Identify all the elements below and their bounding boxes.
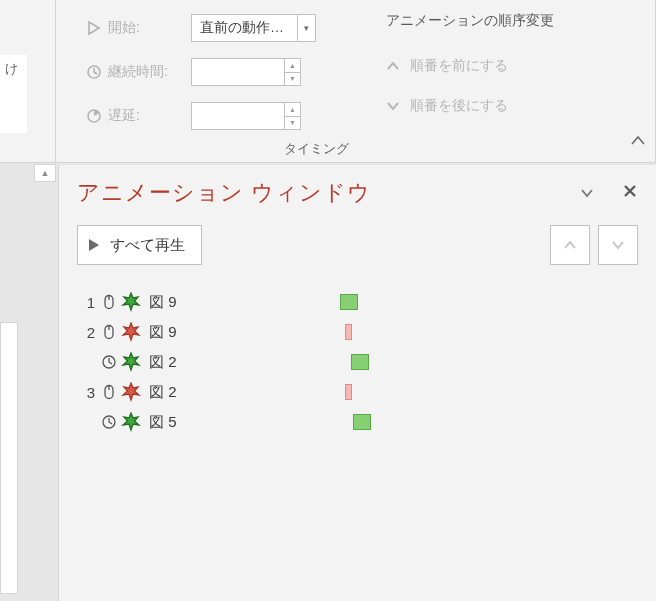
pane-menu-button[interactable] [580,184,594,202]
timing-bar[interactable] [345,324,352,340]
chevron-down-icon [612,240,624,250]
reorder-earlier-button[interactable]: 順番を前にする [386,46,554,86]
chevron-down-icon [580,188,594,198]
timeline-track [327,347,634,377]
scroll-up-tab[interactable]: ▲ [34,164,56,182]
move-down-button[interactable] [598,225,638,265]
play-all-button[interactable]: すべて再生 [77,225,202,265]
play-icon [88,238,100,252]
slide-thumbnail-edge [0,322,18,594]
timing-bar[interactable] [353,414,371,430]
start-value: 直前の動作… [200,19,284,37]
duration-input[interactable]: ▲▼ [191,58,301,86]
entrance-effect-icon [119,352,143,372]
entrance-effect-icon [119,292,143,312]
chevron-up-icon [564,240,576,250]
collapse-ribbon-button[interactable] [629,132,647,154]
move-up-button[interactable] [550,225,590,265]
animation-row[interactable]: 2図 9 [77,317,644,347]
sequence-number: 1 [77,294,95,311]
group-title-timing: タイミング [112,140,520,158]
mouse-click-icon [99,294,119,310]
reorder-later-button[interactable]: 順番を後にする [386,86,554,126]
spin-down-icon[interactable]: ▼ [285,73,300,86]
animation-row[interactable]: 図 2 [77,347,644,377]
animation-pane: アニメーション ウィンドウ すべて再生 1図 92図 9図 23図 2図 5 [58,165,656,601]
play-icon [86,20,102,36]
left-label-fragment: け [0,55,27,133]
start-label: 開始: [86,19,191,37]
chevron-down-icon[interactable]: ▾ [297,15,315,41]
pane-close-button[interactable] [622,183,638,204]
timeline-track [327,377,634,407]
timing-bar[interactable] [345,384,352,400]
clock-icon [86,64,102,80]
delay-clock-icon [86,108,102,124]
object-name: 図 2 [149,353,177,372]
mouse-click-icon [99,384,119,400]
exit-effect-icon [119,322,143,342]
timeline-track [327,407,634,437]
spin-up-icon[interactable]: ▲ [285,59,300,73]
chevron-up-icon [386,59,400,73]
entrance-effect-icon [119,412,143,432]
object-name: 図 5 [149,413,177,432]
spin-up-icon[interactable]: ▲ [285,103,300,117]
after-previous-icon [99,354,119,370]
spin-down-icon[interactable]: ▼ [285,117,300,130]
animation-row[interactable]: 3図 2 [77,377,644,407]
close-icon [622,183,638,199]
timeline-track [327,287,634,317]
object-name: 図 2 [149,383,177,402]
timeline-track [327,317,634,347]
delay-input[interactable]: ▲▼ [191,102,301,130]
timing-bar[interactable] [340,294,358,310]
chevron-down-icon [386,99,400,113]
after-previous-icon [99,414,119,430]
reorder-title: アニメーションの順序変更 [386,12,554,30]
animation-row[interactable]: 1図 9 [77,287,644,317]
delay-label: 遅延: [86,107,191,125]
pane-title: アニメーション ウィンドウ [77,178,580,208]
duration-label: 継続時間: [86,63,191,81]
start-select[interactable]: 直前の動作… ▾ [191,14,316,42]
timing-bar[interactable] [351,354,369,370]
object-name: 図 9 [149,293,177,312]
sequence-number: 3 [77,384,95,401]
chevron-up-icon [629,132,647,150]
sequence-number: 2 [77,324,95,341]
mouse-click-icon [99,324,119,340]
object-name: 図 9 [149,323,177,342]
exit-effect-icon [119,382,143,402]
animation-row[interactable]: 図 5 [77,407,644,437]
